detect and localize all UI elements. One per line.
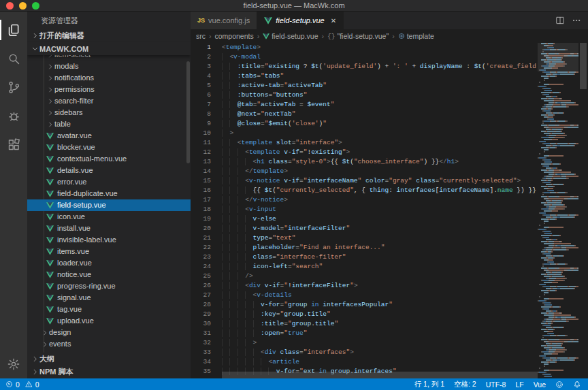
- line-number[interactable]: 19: [191, 214, 211, 224]
- code-line-2[interactable]: <v-modal: [222, 52, 538, 62]
- line-number[interactable]: 28: [191, 300, 211, 310]
- tab-vue.config.js[interactable]: JSvue.config.js: [191, 12, 257, 29]
- status-indentation[interactable]: 空格: 2: [454, 380, 476, 389]
- code-line-31[interactable]: :open="true": [222, 329, 538, 338]
- line-number[interactable]: 16: [191, 186, 211, 195]
- tree-item-contextual-menu.vue[interactable]: contextual-menu.vue: [27, 153, 191, 165]
- tree-item-install.vue[interactable]: install.vue: [27, 223, 191, 234]
- line-number[interactable]: 13: [191, 157, 211, 167]
- tree-item-sidebars[interactable]: sidebars: [27, 107, 191, 118]
- code-line-1[interactable]: <template>: [222, 43, 538, 52]
- code-line-25[interactable]: />: [222, 272, 538, 281]
- code-line-14[interactable]: </template>: [222, 167, 538, 176]
- vertical-scrollbar-thumb[interactable]: [580, 43, 587, 89]
- code-line-5[interactable]: :active-tab="activeTab": [222, 81, 538, 91]
- code-line-26[interactable]: <div v-if="!interfaceFilter">: [222, 281, 538, 291]
- line-number[interactable]: 30: [191, 319, 211, 329]
- tab-field-setup.vue[interactable]: field-setup.vue✕: [257, 12, 344, 29]
- sidebar-section-NPM 脚本[interactable]: NPM 脚本: [27, 365, 191, 378]
- breadcrumb-item-template[interactable]: template: [398, 32, 434, 40]
- line-number[interactable]: 18: [191, 205, 211, 214]
- line-number[interactable]: 23: [191, 253, 211, 262]
- open-editors-section[interactable]: 打开的编辑器: [27, 29, 191, 42]
- line-number[interactable]: 22: [191, 243, 211, 253]
- line-number[interactable]: 31: [191, 329, 211, 338]
- code-line-29[interactable]: :key="group.title": [222, 310, 538, 319]
- code-line-6[interactable]: :buttons="buttons": [222, 91, 538, 100]
- line-number[interactable]: 15: [191, 176, 211, 186]
- workspace-root-section[interactable]: MACWK.COM: [27, 42, 191, 55]
- tree-item-loader.vue[interactable]: loader.vue: [27, 257, 191, 269]
- code-line-11[interactable]: <template slot="interface">: [222, 138, 538, 148]
- line-number[interactable]: 20: [191, 224, 211, 233]
- tree-item-details.vue[interactable]: details.vue: [27, 165, 191, 176]
- code-line-3[interactable]: :title="existing ? $t('update_field') + …: [222, 62, 538, 71]
- activitybar-search[interactable]: [0, 44, 27, 73]
- breadcrumb-item-src[interactable]: src: [196, 32, 206, 40]
- activitybar-settings[interactable]: [0, 350, 27, 378]
- activitybar-extensions[interactable]: [0, 130, 27, 159]
- line-number[interactable]: 32: [191, 338, 211, 348]
- status-warnings[interactable]: 0: [25, 380, 39, 389]
- code-line-15[interactable]: <v-notice v-if="interfaceName" color="gr…: [222, 176, 538, 186]
- line-number[interactable]: 34: [191, 357, 211, 367]
- editor-code[interactable]: <template> <v-modal :title="existing ? $…: [222, 43, 538, 378]
- line-number[interactable]: 5: [191, 81, 211, 91]
- line-number[interactable]: 14: [191, 167, 211, 176]
- code-line-34[interactable]: <article: [222, 357, 538, 367]
- line-number[interactable]: 6: [191, 91, 211, 100]
- split-editor-icon[interactable]: [555, 16, 565, 25]
- tree-item-design[interactable]: design: [27, 327, 191, 338]
- editor-gutter[interactable]: 1234567891011121314151617181920212223242…: [191, 43, 222, 378]
- tree-item-progress-ring.vue[interactable]: progress-ring.vue: [27, 280, 191, 292]
- breadcrumb-item-field-setup.vue[interactable]: {}"field-setup.vue": [327, 32, 389, 40]
- tree-item-permissions[interactable]: permissions: [27, 84, 191, 95]
- line-number[interactable]: 17: [191, 195, 211, 205]
- status-language-mode[interactable]: Vue: [534, 380, 546, 389]
- line-number[interactable]: 35: [191, 367, 211, 376]
- tree-item-icon.vue[interactable]: icon.vue: [27, 211, 191, 223]
- tree-item-signal.vue[interactable]: signal.vue: [27, 292, 191, 304]
- code-line-33[interactable]: <div class="interfaces">: [222, 348, 538, 357]
- code-line-30[interactable]: :title="group.title": [222, 319, 538, 329]
- line-number[interactable]: 4: [191, 71, 211, 81]
- code-line-21[interactable]: type="text": [222, 233, 538, 243]
- code-line-10[interactable]: >: [222, 129, 538, 138]
- tree-item-field-setup.vue[interactable]: field-setup.vue: [27, 199, 191, 211]
- line-number[interactable]: 2: [191, 52, 211, 62]
- tree-item-events[interactable]: events: [27, 338, 191, 350]
- line-number[interactable]: 8: [191, 110, 211, 119]
- tree-item-field-duplicate.vue[interactable]: field-duplicate.vue: [27, 188, 191, 199]
- code-line-27[interactable]: <v-details: [222, 291, 538, 300]
- code-line-13[interactable]: <h1 class="style-0">{{ $t("choose_interf…: [222, 157, 538, 167]
- tree-item-tag.vue[interactable]: tag.vue: [27, 304, 191, 315]
- code-line-8[interactable]: @next="nextTab": [222, 110, 538, 119]
- tree-item-notifications[interactable]: notifications: [27, 72, 191, 84]
- code-line-17[interactable]: </v-notice>: [222, 195, 538, 205]
- sidebar-scrollbar[interactable]: [186, 61, 190, 163]
- line-number[interactable]: 27: [191, 291, 211, 300]
- line-number[interactable]: 1: [191, 43, 211, 52]
- tree-item-table[interactable]: table: [27, 118, 191, 130]
- line-number[interactable]: 7: [191, 100, 211, 110]
- line-number[interactable]: 24: [191, 262, 211, 272]
- line-number[interactable]: 26: [191, 281, 211, 291]
- minimap[interactable]: [538, 43, 578, 378]
- status-encoding[interactable]: UTF-8: [486, 380, 506, 389]
- line-number[interactable]: 29: [191, 310, 211, 319]
- close-tab-icon[interactable]: ✕: [331, 17, 336, 25]
- activitybar-explorer[interactable]: [0, 16, 27, 44]
- line-number[interactable]: 10: [191, 129, 211, 138]
- tree-item-avatar.vue[interactable]: avatar.vue: [27, 130, 191, 142]
- activitybar-run-and-debug[interactable]: [0, 101, 27, 130]
- code-line-7[interactable]: @tab="activeTab = $event": [222, 100, 538, 110]
- line-number[interactable]: 25: [191, 272, 211, 281]
- status-notifications[interactable]: [573, 380, 581, 389]
- tree-item-items.vue[interactable]: items.vue: [27, 246, 191, 257]
- status-cursor-position[interactable]: 行 1, 列 1: [414, 380, 444, 389]
- code-line-9[interactable]: @close="$emit('close')": [222, 119, 538, 129]
- code-line-18[interactable]: <v-input: [222, 205, 538, 214]
- tree-item-blocker.vue[interactable]: blocker.vue: [27, 142, 191, 153]
- code-line-24[interactable]: icon-left="search": [222, 262, 538, 272]
- tree-item-item-select[interactable]: item-select: [27, 55, 191, 61]
